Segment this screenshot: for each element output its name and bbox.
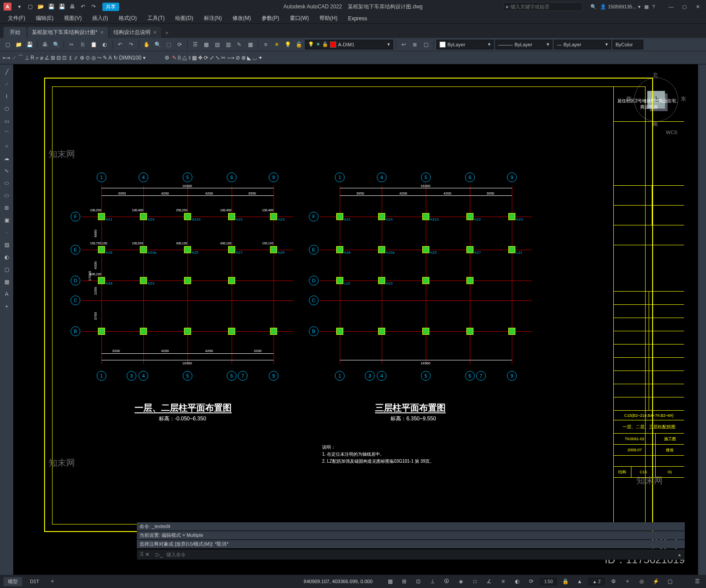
isolate-icon[interactable]: ◎	[636, 576, 647, 587]
layer-iso-icon[interactable]: ▢	[421, 40, 431, 49]
break-icon[interactable]: ⊘	[236, 55, 240, 61]
layer-state-icon[interactable]: ≣	[410, 40, 420, 49]
stretch-icon[interactable]: ⤡	[215, 55, 220, 61]
print-icon[interactable]: 🖶	[40, 40, 50, 49]
otrack-icon[interactable]: ∠	[484, 576, 494, 587]
make-block-icon[interactable]: ▣	[2, 215, 11, 225]
polar-icon[interactable]: ⦿	[441, 576, 452, 587]
plot-icon[interactable]: 🖶	[68, 2, 77, 11]
menu-item[interactable]: 工具(T)	[143, 14, 169, 23]
layer-freeze-icon[interactable]: ☀	[272, 40, 282, 49]
cmd-recent-icon[interactable]: ▴	[675, 551, 684, 558]
menu-item[interactable]: 视图(V)	[60, 14, 86, 23]
move-icon[interactable]: ✥	[198, 55, 203, 61]
search-icon[interactable]: 🔍	[590, 4, 597, 10]
menu-item[interactable]: 编辑(E)	[31, 14, 58, 23]
design-center-icon[interactable]: ▦	[201, 40, 211, 49]
gradient-icon[interactable]: ◐	[2, 252, 11, 262]
spline-icon[interactable]: ∿	[2, 166, 11, 176]
hatch-icon[interactable]: ▨	[2, 240, 11, 250]
dim-jogged-icon[interactable]: ⦢	[36, 55, 39, 61]
document-tab[interactable]: 某框架地下车库结构设计图*✕	[27, 27, 108, 38]
layer-manager-icon[interactable]: ≡	[261, 40, 270, 49]
menu-item[interactable]: Express	[344, 15, 372, 22]
copy-icon[interactable]: ⎘	[78, 40, 87, 49]
properties-icon[interactable]: ☰	[190, 40, 200, 49]
layer-prev-icon[interactable]: ↩	[399, 40, 409, 49]
undo2-icon[interactable]: ↶	[115, 40, 125, 49]
menu-item[interactable]: 格式(O)	[114, 14, 141, 23]
dim-aligned-icon[interactable]: ⟋	[11, 55, 17, 61]
layer-dropdown[interactable]: 💡☀🔓 A-DIM1 ▾	[305, 40, 393, 49]
lwt-icon[interactable]: ≡	[498, 576, 508, 587]
polygon-icon[interactable]: ⬡	[2, 104, 11, 114]
dim-space-icon[interactable]: ⫿	[69, 55, 72, 61]
sheet-set-icon[interactable]: ▥	[223, 40, 233, 49]
command-input[interactable]: ⠿ ✕ ▷_ ▴	[137, 549, 685, 560]
plotstyle-dropdown[interactable]: ByColor	[612, 40, 643, 49]
new-icon[interactable]: ▢	[26, 2, 34, 11]
minimize-button[interactable]: —	[666, 2, 676, 11]
pline-icon[interactable]: ⌇	[2, 92, 11, 101]
saveas-icon[interactable]: 💾	[57, 2, 66, 11]
customize-icon[interactable]: ☰	[692, 576, 702, 587]
dim-tedit-icon[interactable]: A	[109, 55, 112, 61]
lineweight-dropdown[interactable]: — ByLayer ▾	[554, 40, 611, 49]
revcloud-icon[interactable]: ☁	[2, 154, 11, 163]
add-layout-icon[interactable]: +	[47, 576, 58, 587]
rectangle-icon[interactable]: ▭	[2, 116, 11, 126]
extend-icon[interactable]: ⟶	[227, 55, 234, 61]
command-input-field[interactable]	[166, 552, 675, 557]
dim-diameter-icon[interactable]: ⌀	[40, 55, 43, 61]
open-doc-icon[interactable]: 📁	[14, 40, 23, 49]
help-icon[interactable]: ?	[652, 4, 655, 9]
copy2-icon[interactable]: ⎘	[178, 55, 181, 61]
menu-item[interactable]: 参数(P)	[257, 14, 284, 23]
center-mark-icon[interactable]: ⊙	[86, 55, 90, 61]
mirror-icon[interactable]: ⧋	[182, 55, 187, 61]
maximize-button[interactable]: ▢	[680, 2, 689, 11]
anno-vis-icon[interactable]: ▲	[575, 576, 585, 587]
dim-angular-icon[interactable]: ∠	[45, 55, 49, 61]
ellipse-icon[interactable]: ⬭	[2, 178, 11, 188]
new-tab-button[interactable]: +	[162, 28, 172, 38]
color-dropdown[interactable]: ByLayer ▾	[436, 40, 494, 49]
zoom-icon[interactable]: 🔍	[153, 40, 162, 49]
workspace-switch-icon[interactable]: ⚙	[608, 576, 619, 587]
insert-block-icon[interactable]: ⊞	[2, 203, 11, 213]
anno-scale-icon[interactable]: 🔒	[560, 576, 571, 587]
dim-edit-icon[interactable]: ✎	[103, 55, 107, 61]
trim-icon[interactable]: ✂	[221, 55, 225, 61]
dim-radius-icon[interactable]: R	[30, 55, 34, 61]
addselected-icon[interactable]: +	[2, 302, 11, 311]
menu-item[interactable]: 标注(N)	[199, 14, 226, 23]
undo-icon[interactable]: ↶	[79, 2, 87, 11]
table-icon[interactable]: ▦	[2, 277, 11, 287]
share-button[interactable]: 共享	[102, 3, 119, 11]
isodraft-icon[interactable]: ◈	[455, 576, 466, 587]
point-icon[interactable]: ·	[2, 228, 11, 237]
redo2-icon[interactable]: ↷	[126, 40, 136, 49]
hardware-accel-icon[interactable]: ⚡	[650, 576, 661, 587]
zoom-window-icon[interactable]: ⬚	[164, 40, 173, 49]
user-menu[interactable]: 👤 150599135... ▾	[600, 4, 641, 10]
layer-off-icon[interactable]: 💡	[283, 40, 293, 49]
new-doc-icon[interactable]: ▢	[3, 40, 12, 49]
layer-lock-icon[interactable]: 🔓	[294, 40, 304, 49]
dim-quick-icon[interactable]: ⊞	[51, 55, 55, 61]
model-space-icon[interactable]: ▦	[385, 576, 395, 587]
tolerance-icon[interactable]: ⊕	[80, 55, 84, 61]
rotate-icon[interactable]: ⟳	[204, 55, 208, 61]
osnap-icon[interactable]: □	[469, 576, 480, 587]
close-tab-icon[interactable]: ✕	[100, 30, 104, 35]
dim-arc-icon[interactable]: ⌒	[18, 54, 23, 61]
menu-item[interactable]: 文件(F)	[4, 14, 30, 23]
menu-item[interactable]: 窗口(W)	[285, 14, 313, 23]
start-tab[interactable]: 开始	[4, 27, 26, 38]
autodesk-app-icon[interactable]: ▦	[644, 4, 649, 10]
save-doc-icon[interactable]: 💾	[25, 40, 34, 49]
xline-icon[interactable]: ⟋	[2, 79, 11, 89]
linetype-dropdown[interactable]: ——— ByLayer ▾	[495, 40, 552, 49]
help-search-input[interactable]: 键入关键字或短语	[503, 2, 582, 11]
orbit-icon[interactable]: ⟳	[175, 40, 184, 49]
